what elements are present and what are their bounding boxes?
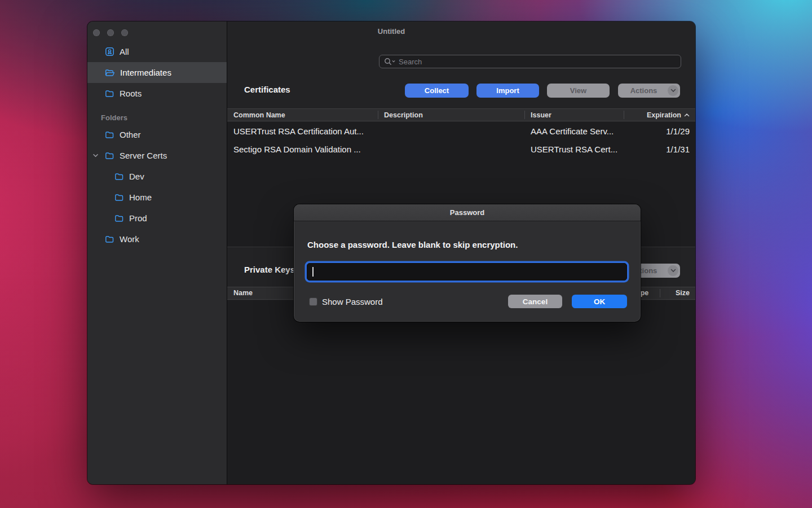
search-icon: [384, 58, 396, 65]
folder-icon: [105, 130, 114, 139]
chevron-down-icon[interactable]: [92, 152, 99, 159]
sidebar-item-other[interactable]: Other: [87, 124, 227, 145]
traffic-lights: [93, 29, 128, 36]
sidebar-item-label: Prod: [129, 213, 147, 223]
show-password-label: Show Password: [322, 297, 383, 306]
sidebar-item-label: Dev: [129, 172, 144, 181]
column-header-description[interactable]: Description: [378, 111, 524, 119]
cell-common-name: USERTrust RSA Certification Aut...: [227, 126, 378, 136]
sidebar-item-prod[interactable]: Prod: [87, 208, 227, 229]
certificate-badge-icon: [105, 47, 114, 56]
password-dialog: Password Choose a password. Leave blank …: [294, 204, 641, 322]
sidebar-item-dev[interactable]: Dev: [87, 166, 227, 187]
minimize-button[interactable]: [107, 29, 114, 36]
sidebar-item-all[interactable]: All: [87, 41, 227, 62]
folder-icon: [114, 214, 124, 223]
desktop: All Intermediates Roots Folders Other: [0, 0, 812, 508]
view-button[interactable]: View: [547, 84, 610, 98]
chevron-down-icon: [668, 85, 678, 96]
certificates-heading: Certificates: [244, 85, 290, 94]
actions-button[interactable]: Actions: [618, 84, 680, 98]
sidebar-item-roots[interactable]: Roots: [87, 83, 227, 104]
sidebar-item-work[interactable]: Work: [87, 229, 227, 249]
folder-open-icon: [105, 68, 115, 77]
chevron-down-icon: [668, 265, 678, 276]
column-header-size[interactable]: Size: [676, 289, 690, 297]
column-divider: [378, 111, 378, 119]
collect-button[interactable]: Collect: [405, 84, 469, 98]
table-row[interactable]: Sectigo RSA Domain Validation ... USERTr…: [227, 140, 695, 158]
column-header-expiration[interactable]: Expiration: [624, 111, 695, 119]
column-divider: [624, 111, 624, 119]
import-button[interactable]: Import: [476, 84, 539, 98]
dialog-title: Password: [294, 204, 641, 221]
column-header-common-name[interactable]: Common Name: [227, 111, 378, 119]
cell-expiration: 1/1/29: [624, 126, 695, 136]
sidebar-item-label: All: [120, 47, 129, 56]
folder-icon: [105, 151, 114, 160]
sidebar-item-label: Server Certs: [120, 151, 167, 160]
actions-button-label: Actions: [620, 86, 668, 95]
sidebar: All Intermediates Roots Folders Other: [87, 21, 227, 484]
column-header-expiration-label: Expiration: [647, 111, 681, 119]
text-cursor: [312, 267, 314, 277]
column-divider: [660, 289, 660, 297]
sidebar-item-label: Home: [129, 192, 152, 202]
cell-common-name: Sectigo RSA Domain Validation ...: [227, 144, 378, 154]
ok-button[interactable]: OK: [572, 295, 627, 308]
search-field[interactable]: [379, 55, 681, 68]
sidebar-item-label: Roots: [120, 89, 142, 98]
column-divider: [524, 111, 525, 119]
cancel-button[interactable]: Cancel: [508, 295, 562, 308]
show-password-checkbox[interactable]: [309, 297, 317, 306]
sidebar-item-label: Other: [120, 130, 141, 139]
table-row[interactable]: USERTrust RSA Certification Aut... AAA C…: [227, 122, 695, 140]
cell-expiration: 1/1/31: [624, 144, 695, 154]
cell-issuer: USERTrust RSA Cert...: [524, 144, 624, 154]
pk-table-body: [227, 300, 695, 484]
close-button[interactable]: [93, 29, 100, 36]
folder-icon: [105, 235, 114, 244]
folder-icon: [105, 89, 114, 98]
zoom-button[interactable]: [121, 29, 128, 36]
password-input[interactable]: [307, 263, 627, 281]
folders-section-header: Folders: [87, 104, 227, 124]
dialog-message: Choose a password. Leave blank to skip e…: [307, 240, 518, 249]
sidebar-item-intermediates[interactable]: Intermediates: [87, 62, 227, 83]
folder-icon: [114, 193, 124, 202]
column-header-name[interactable]: Name: [233, 289, 253, 297]
sidebar-item-label: Intermediates: [120, 68, 171, 77]
sidebar-item-server-certs[interactable]: Server Certs: [87, 145, 227, 166]
search-input[interactable]: [399, 58, 676, 66]
private-keys-heading: Private Keys: [244, 265, 295, 274]
sort-ascending-icon: [684, 113, 690, 117]
column-header-issuer[interactable]: Issuer: [524, 111, 624, 119]
folder-icon: [114, 172, 124, 181]
cell-issuer: AAA Certificate Serv...: [524, 126, 624, 136]
sidebar-item-home[interactable]: Home: [87, 187, 227, 208]
cert-table-header: Common Name Description Issuer Expiratio…: [227, 108, 695, 121]
sidebar-item-label: Work: [120, 234, 139, 244]
